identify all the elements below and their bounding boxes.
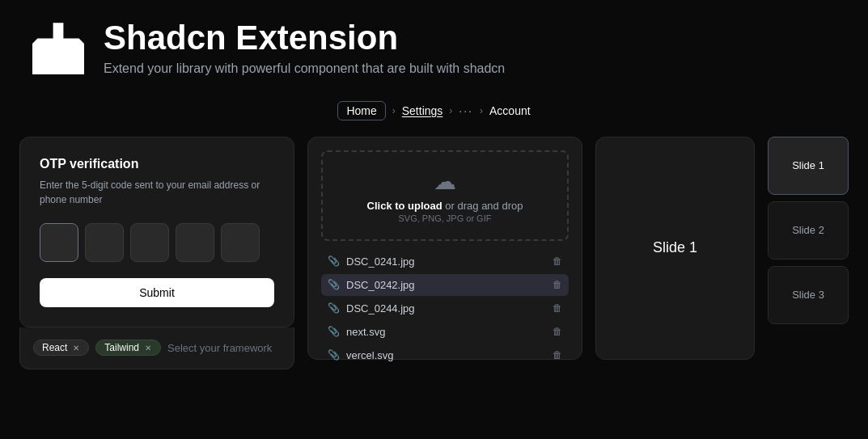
otp-submit-button[interactable]: Submit <box>40 278 274 307</box>
header-text: Shadcn Extension Extend your library wit… <box>104 19 505 78</box>
slide-thumb-label-2: Slide 2 <box>792 224 824 236</box>
file-item-0[interactable]: 📎 DSC_0241.jpg 🗑 <box>321 251 569 272</box>
upload-zone[interactable]: ☁ Click to upload or drag and drop SVG, … <box>321 150 569 241</box>
app-title: Shadcn Extension <box>104 19 505 57</box>
file-delete-0[interactable]: 🗑 <box>553 255 562 267</box>
file-item-4[interactable]: 📎 vercel.svg 🗑 <box>321 344 569 366</box>
paperclip-icon-4: 📎 <box>328 349 340 361</box>
otp-input-group <box>40 223 274 262</box>
tag-react: React ✕ <box>33 340 89 356</box>
tag-tailwind-close[interactable]: ✕ <box>142 342 154 353</box>
otp-input-1[interactable] <box>40 223 78 262</box>
breadcrumb-sep-1: › <box>392 105 396 116</box>
otp-card: OTP verification Enter the 5-digit code … <box>19 137 294 327</box>
tag-react-label: React <box>42 342 67 353</box>
otp-input-3[interactable] <box>130 223 169 262</box>
breadcrumb-dots: ··· <box>459 104 473 117</box>
file-delete-2[interactable]: 🗑 <box>553 302 562 314</box>
logo-icon <box>32 23 84 74</box>
upload-card: ☁ Click to upload or drag and drop SVG, … <box>307 137 582 360</box>
slide-main-label: Slide 1 <box>653 239 697 256</box>
slide-thumb-2[interactable]: Slide 2 <box>768 201 849 260</box>
file-left-0: 📎 DSC_0241.jpg <box>328 255 415 268</box>
file-list: 📎 DSC_0241.jpg 🗑 📎 DSC_0242.jpg 🗑 📎 DSC_… <box>321 251 569 366</box>
file-name-0: DSC_0241.jpg <box>346 255 415 268</box>
slide-thumb-label-3: Slide 3 <box>792 289 824 301</box>
file-left-2: 📎 DSC_0244.jpg <box>328 302 415 314</box>
slide-thumb-1[interactable]: Slide 1 <box>768 137 849 195</box>
otp-description: Enter the 5-digit code sent to your emai… <box>40 178 274 207</box>
breadcrumb-home[interactable]: Home <box>337 101 385 120</box>
breadcrumb-account: Account <box>489 104 531 117</box>
paperclip-icon-3: 📎 <box>328 326 340 337</box>
breadcrumb: Home › Settings › ··· › Account <box>0 95 868 137</box>
file-item-2[interactable]: 📎 DSC_0244.jpg 🗑 <box>321 298 569 319</box>
tag-react-close[interactable]: ✕ <box>70 342 82 353</box>
slide-sidebar: Slide 1 Slide 2 Slide 3 <box>768 137 849 360</box>
app-subtitle: Extend your library with powerful compon… <box>104 60 505 78</box>
file-item-1[interactable]: 📎 DSC_0242.jpg 🗑 <box>321 274 569 296</box>
file-left-4: 📎 vercel.svg <box>328 349 394 361</box>
otp-input-2[interactable] <box>85 223 124 262</box>
file-name-2: DSC_0244.jpg <box>346 302 415 314</box>
drag-drop-text: or drag and drop <box>442 200 523 212</box>
left-column: OTP verification Enter the 5-digit code … <box>19 137 294 360</box>
tag-tailwind: Tailwind ✕ <box>95 340 161 356</box>
upload-cloud-icon: ☁ <box>339 168 551 195</box>
file-name-3: next.svg <box>346 326 385 338</box>
file-item-3[interactable]: 📎 next.svg 🗑 <box>321 321 569 343</box>
file-left-3: 📎 next.svg <box>328 326 385 338</box>
click-to-upload: Click to upload <box>367 200 442 212</box>
file-delete-3[interactable]: 🗑 <box>553 326 562 337</box>
tags-wrapper: React ✕ Tailwind ✕ Select your framework <box>33 339 281 357</box>
framework-placeholder[interactable]: Select your framework <box>167 339 272 357</box>
file-delete-1[interactable]: 🗑 <box>553 279 562 290</box>
slide-main-card: Slide 1 <box>595 137 755 360</box>
upload-formats: SVG, PNG, JPG or GIF <box>339 213 551 223</box>
header: Shadcn Extension Extend your library wit… <box>0 0 868 95</box>
file-delete-4[interactable]: 🗑 <box>553 349 562 361</box>
otp-title: OTP verification <box>40 157 274 171</box>
main-content: OTP verification Enter the 5-digit code … <box>0 137 868 379</box>
slide-thumb-label-1: Slide 1 <box>792 159 824 171</box>
breadcrumb-sep-3: › <box>480 105 483 116</box>
paperclip-icon-2: 📎 <box>328 302 340 314</box>
file-name-1: DSC_0242.jpg <box>346 279 415 291</box>
tag-tailwind-label: Tailwind <box>104 342 139 353</box>
file-name-4: vercel.svg <box>346 349 394 361</box>
breadcrumb-settings[interactable]: Settings <box>402 104 443 117</box>
file-left-1: 📎 DSC_0242.jpg <box>328 279 415 291</box>
paperclip-icon-1: 📎 <box>328 279 340 290</box>
otp-input-5[interactable] <box>221 223 260 262</box>
framework-selector-card: React ✕ Tailwind ✕ Select your framework <box>19 327 294 369</box>
slide-thumb-3[interactable]: Slide 3 <box>768 266 849 324</box>
otp-input-4[interactable] <box>176 223 214 262</box>
breadcrumb-sep-2: › <box>449 105 452 116</box>
paperclip-icon-0: 📎 <box>328 255 340 267</box>
upload-text: Click to upload or drag and drop <box>339 200 551 212</box>
